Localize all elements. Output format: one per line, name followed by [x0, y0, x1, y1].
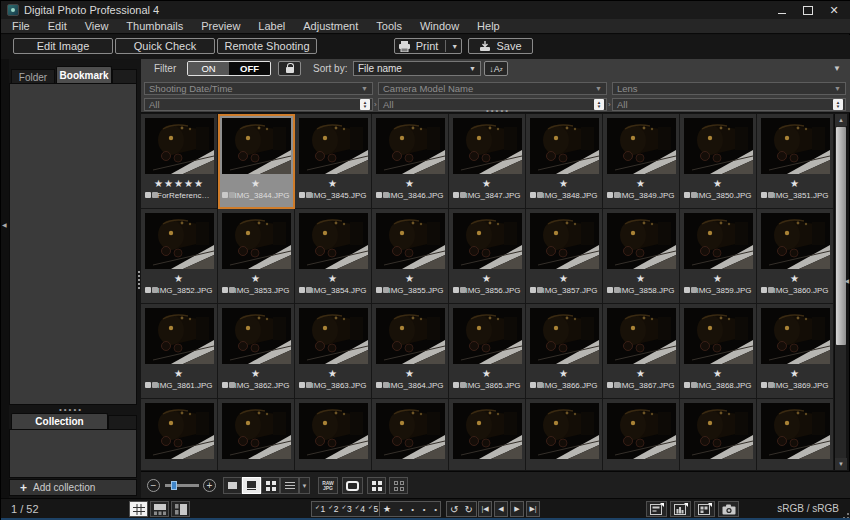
rating-dot[interactable]: • — [423, 505, 426, 514]
raw-jpeg-display-toggle[interactable]: RAW JPG — [318, 477, 338, 494]
camera-model-dropdown[interactable]: Camera Model Name ▼ — [378, 82, 607, 95]
thumbnail-cell[interactable]: ★ IMG_3861.JPG — [141, 304, 218, 399]
star-rating[interactable]: ★ — [526, 177, 602, 190]
star-rating[interactable]: ★ — [757, 177, 833, 190]
rating-dot[interactable]: • — [400, 505, 403, 514]
thumbnail-cell[interactable]: ★ IMG_3847.JPG — [449, 114, 526, 209]
multi-layout-button[interactable] — [367, 477, 386, 494]
previous-image-button[interactable]: ◀ — [494, 501, 508, 517]
spinner-control[interactable]: ▲▼ — [360, 99, 370, 110]
thumbnail-cell[interactable] — [449, 399, 526, 470]
scrollbar-thumb[interactable] — [836, 127, 846, 345]
thumbnail-cell[interactable]: ★ IMG_3860.JPG — [757, 209, 834, 304]
scroll-down-arrow[interactable]: ▼ — [835, 458, 847, 470]
thumbnail-cell[interactable]: ★ IMG_3846.JPG — [372, 114, 449, 209]
rotate-right-button[interactable]: ↻ — [464, 504, 472, 515]
tool-palette-toggle[interactable] — [646, 501, 667, 517]
sort-by-select[interactable]: File name ▼ — [353, 61, 481, 76]
star-rating[interactable]: ★ — [526, 272, 602, 285]
tab-folder[interactable]: Folder — [11, 69, 55, 84]
star-rating[interactable]: ★ — [603, 367, 679, 380]
check-mark-button[interactable]: 3 — [342, 504, 352, 514]
thumbnail-cell[interactable] — [757, 399, 834, 470]
collection-panel[interactable] — [9, 429, 137, 478]
view-small-thumbnails-button[interactable] — [261, 477, 280, 494]
filter-collapse-arrow[interactable]: ▼ — [833, 64, 841, 73]
thumbnail-cell[interactable] — [603, 399, 680, 470]
thumbnail-cell[interactable] — [526, 399, 603, 470]
histogram-palette-toggle[interactable] — [670, 501, 691, 517]
thumbnail-cell[interactable]: ★ IMG_3865.JPG — [449, 304, 526, 399]
maximize-button[interactable] — [795, 1, 821, 19]
print-dropdown-arrow[interactable]: ▼ — [451, 43, 458, 50]
tab-collection[interactable]: Collection — [11, 413, 108, 429]
thumbnail-cell[interactable] — [372, 399, 449, 470]
thumbnail-cell[interactable]: ★ IMG_3868.JPG — [680, 304, 757, 399]
star-rating[interactable]: ★ — [449, 272, 525, 285]
spinner-control[interactable]: ▲▼ — [594, 99, 604, 110]
view-mode-dropdown-arrow[interactable]: ▼ — [299, 477, 310, 494]
star-rating[interactable]: ★ — [757, 367, 833, 380]
menu-item[interactable]: Adjustment — [294, 19, 367, 34]
star-rating[interactable]: ★ — [295, 367, 371, 380]
star-rating[interactable]: ★ — [680, 272, 756, 285]
thumbnail-cell[interactable]: ★ IMG_3866.JPG — [526, 304, 603, 399]
view-list-button[interactable] — [280, 477, 299, 494]
thumbnail-cell[interactable]: ★ IMG_3845.JPG — [295, 114, 372, 209]
thumbnail-cell[interactable]: ★★★★★ ForReference_Foc... — [141, 114, 218, 209]
rating-dot[interactable]: • — [434, 505, 437, 514]
filter-off-button[interactable]: OFF — [229, 62, 270, 75]
thumbnail-cell[interactable]: ★ IMG_3850.JPG — [680, 114, 757, 209]
thumbnail-cell[interactable]: ★ IMG_3864.JPG — [372, 304, 449, 399]
star-rating[interactable]: ★ — [449, 367, 525, 380]
star-rating[interactable]: ★ — [372, 367, 448, 380]
star-rating[interactable]: ★ — [603, 272, 679, 285]
star-rating[interactable]: ★ — [141, 367, 217, 380]
view-thumbnails-with-info-button[interactable] — [242, 477, 261, 494]
multi-layout-alt-button[interactable] — [389, 477, 408, 494]
save-button[interactable]: Save — [468, 38, 533, 54]
star-rating[interactable]: ★ — [295, 177, 371, 190]
view-large-thumbnails-button[interactable] — [223, 477, 242, 494]
menu-item[interactable]: Tools — [367, 19, 411, 34]
thumbnail-cell[interactable]: ★ IMG_3863.JPG — [295, 304, 372, 399]
menu-item[interactable]: Window — [411, 19, 468, 34]
check-mark-button[interactable]: 1 — [315, 504, 325, 514]
thumbnail-cell[interactable]: ★ IMG_3844.JPG — [218, 114, 295, 209]
thumbnail-cell[interactable]: ★ IMG_3851.JPG — [757, 114, 834, 209]
last-image-button[interactable]: ▶| — [526, 501, 540, 517]
menu-item[interactable]: Preview — [192, 19, 249, 34]
add-collection-button[interactable]: + Add collection — [9, 479, 137, 496]
print-button[interactable]: Print ▼ — [394, 38, 462, 54]
thumbnail-cell[interactable]: ★ IMG_3854.JPG — [295, 209, 372, 304]
bookmark-panel[interactable] — [9, 83, 137, 405]
quick-check-palette-toggle[interactable] — [694, 501, 715, 517]
thumbnail-cell[interactable]: ★ IMG_3852.JPG — [141, 209, 218, 304]
star-rating[interactable]: ★ — [218, 272, 294, 285]
edit-image-button[interactable]: Edit Image — [13, 38, 113, 54]
rotate-left-button[interactable]: ↺ — [450, 504, 458, 515]
menu-item[interactable]: File — [3, 19, 39, 34]
lens-dropdown[interactable]: Lens ▼ — [612, 82, 846, 95]
minimize-button[interactable] — [769, 1, 795, 19]
star-rating[interactable]: ★ — [680, 367, 756, 380]
zoom-out-button[interactable]: − — [147, 479, 160, 492]
menu-item[interactable]: Edit — [39, 19, 76, 34]
menu-item[interactable]: Help — [468, 19, 509, 34]
quick-check-button[interactable]: Quick Check — [115, 38, 215, 54]
right-panel-collapse-arrow[interactable]: ◀ — [844, 277, 849, 284]
remote-shooting-button[interactable]: Remote Shooting — [217, 38, 317, 54]
left-panel-collapse-arrow[interactable]: ◀ — [2, 221, 7, 228]
star-rating[interactable]: ★ — [141, 272, 217, 285]
close-button[interactable]: ✕ — [821, 1, 847, 19]
thumbnail-cell[interactable] — [141, 399, 218, 470]
menu-item[interactable]: Thumbnails — [117, 19, 192, 34]
tab-bookmark[interactable]: Bookmark — [56, 66, 112, 84]
thumbnail-cell[interactable]: ★ IMG_3858.JPG — [603, 209, 680, 304]
thumbnail-cell[interactable]: ★ IMG_3849.JPG — [603, 114, 680, 209]
layout-grid-button[interactable] — [129, 501, 148, 517]
thumbnail-cell[interactable] — [218, 399, 295, 470]
thumbnail-cell[interactable]: ★ IMG_3848.JPG — [526, 114, 603, 209]
star-rating[interactable]: ★ — [757, 272, 833, 285]
star-rating[interactable]: ★★★★★ — [141, 177, 217, 190]
